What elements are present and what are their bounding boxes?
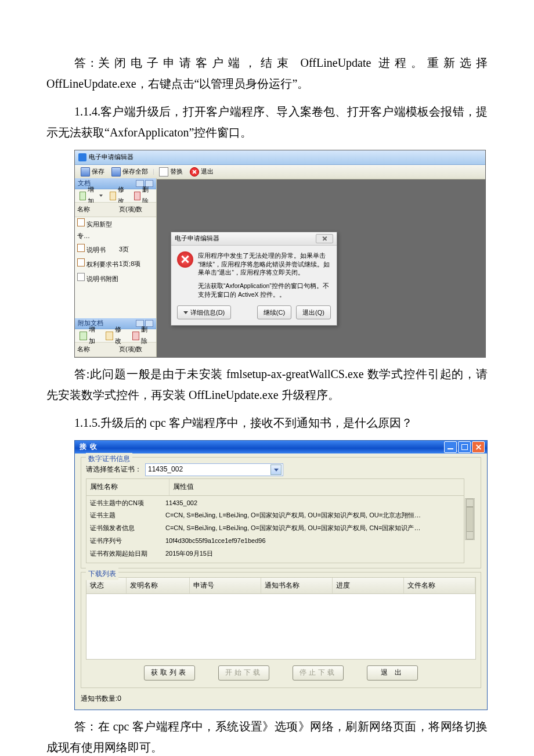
document-icon [77,244,85,252]
col-pages-header: 页(项)数 [119,344,154,355]
minimize-button[interactable] [444,441,457,453]
scroll-down-icon[interactable] [466,531,474,539]
download-list-group: 下载列表 状态 发明名称 申请号 通知书名称 进度 文件名称 获取列表 开始下载… [81,572,481,688]
receive-title: 接收 [80,441,100,453]
edit-icon [106,332,113,340]
table-row: 证书主题C=CN, S=BeiJing, L=BeiJing, O=国家知识产权… [90,509,460,522]
document-list: 实用新型专… 说明书3页 权利要求书1页;8项 说明书附图 [75,217,156,318]
delete-icon [134,192,140,200]
edit-icon [110,192,116,200]
save-all-button[interactable]: 保存全部 [109,165,150,178]
quit-button[interactable]: 退出(Q) [296,305,331,319]
chevron-down-icon[interactable] [270,465,282,475]
start-download-button[interactable]: 开始下载 [218,665,269,681]
document-icon [77,218,85,226]
list-item[interactable]: 权利要求书1页;8项 [75,257,156,272]
continue-button[interactable]: 继续(C) [257,305,291,319]
screenshot-editor-error: 电子申请编辑器 保存 保存全部 | 替换 退出 文档 增加 修改 删除 名称 页… [74,150,486,358]
stop-download-button[interactable]: 停止下载 [293,665,344,681]
chevron-down-icon [183,311,188,314]
document-panel: 文档 增加 修改 删除 名称 页(项)数 实用新型专… 说明书3页 权利要求书1… [75,178,157,357]
error-icon [177,251,193,268]
paragraph-answer-2: 答:此问题一般是由于未安装 fmlsetup-ax-greatWallCS.ex… [46,363,488,405]
replace-icon [159,167,168,177]
col-invention: 发明名称 [127,578,190,594]
paragraph-question-115: 1.1.5.升级后的 cpc 客户端程序中，接收不到通知书，是什么原因？ [46,412,488,433]
error-dialog: 电子申请编辑器 应用程序中发生了无法处理的异常。如果单击“继续”，应用程序将忽略… [171,232,337,326]
save-icon [81,167,90,177]
col-progress: 进度 [333,578,404,594]
toolbar-divider: | [153,166,154,178]
receive-titlebar: 接收 [75,441,487,453]
attr-value-header: 属性值 [169,479,464,495]
add-icon [80,332,87,340]
close-button[interactable] [472,441,485,453]
save-all-icon [111,167,121,177]
fetch-list-button[interactable]: 获取列表 [144,665,195,681]
details-button[interactable]: 详细信息(D) [177,305,231,319]
screenshot-receive-dialog: 接收 数字证书信息 请选择签名证书： 11435_002 [74,440,488,710]
col-appno: 申请号 [190,578,261,594]
table-row: 证书主题中的CN项11435_002 [90,497,460,510]
col-pages-header: 页(项)数 [119,204,154,215]
list-item[interactable]: 说明书3页 [75,243,156,257]
document-icon [77,273,85,281]
col-name-header: 名称 [77,204,119,215]
exit-icon [190,167,199,177]
list-item[interactable]: 实用新型专… [75,217,156,243]
table-row: 证书颁发者信息C=CN, S=BeiJing, L=BeiJing, O=国家知… [90,522,460,535]
exit-button[interactable]: 退出 [187,165,216,178]
document-icon [77,258,85,267]
status-count: 通知书数量:0 [81,692,481,707]
paragraph-answer-1: 答:关闭电子申请客户端，结束 OffLineUpdate 进程。重新选择 Off… [46,52,488,94]
download-list: 状态 发明名称 申请号 通知书名称 进度 文件名称 [86,577,476,660]
editor-titlebar: 电子申请编辑器 [75,150,485,165]
dialog-title: 电子申请编辑器 [175,233,219,244]
cert-group-title: 数字证书信息 [86,453,132,466]
cert-info-group: 数字证书信息 请选择签名证书： 11435_002 属性名称 属性值 证书主题中… [81,457,481,568]
cert-select-combo[interactable]: 11435_002 [145,463,283,476]
list-item[interactable]: 说明书附图 [75,272,156,286]
exit-button[interactable]: 退 出 [367,665,418,681]
save-button[interactable]: 保存 [78,165,107,178]
scroll-up-icon[interactable] [466,499,474,507]
col-filename: 文件名称 [404,578,475,594]
paragraph-answer-3: 答：在 cpc 客户端程序中，系统设置》选项》网络，刷新网络页面，将网络切换成现… [46,716,488,756]
chevron-down-icon [99,195,103,197]
scroll-thumb[interactable] [466,507,474,532]
add-icon [80,192,86,200]
delete-icon [132,332,140,340]
table-row: 证书序列号10f4d30bc55f9a1cce1ef97e1bed96 [90,535,460,548]
cert-attributes: 证书主题中的CN项11435_002 证书主题C=CN, S=BeiJing, … [86,495,464,563]
error-message-2: 无法获取“AxforApplication”控件的窗口句柄。不支持无窗口的 Ac… [198,282,331,298]
app-icon [78,153,86,161]
download-group-title: 下载列表 [86,568,118,581]
col-notice: 通知书名称 [261,578,333,594]
editor-toolbar: 保存 保存全部 | 替换 退出 [75,165,485,179]
table-row: 证书有效期起始日期2015年09月15日 [90,548,460,560]
maximize-button[interactable] [458,441,471,453]
attr-name-header: 属性名称 [86,479,169,495]
editor-title: 电子申请编辑器 [89,152,134,163]
error-message-1: 应用程序中发生了无法处理的异常。如果单击“继续”，应用程序将忽略此错误并尝试继续… [198,251,331,277]
col-name-header: 名称 [77,344,119,355]
combo-value: 11435_002 [148,463,183,476]
paragraph-question-114: 1.1.4.客户端升级后，打开客户端程序、导入案卷包、打开客户端模板会报错，提示… [46,101,488,143]
replace-button[interactable]: 替换 [157,165,185,178]
dialog-close-button[interactable] [316,234,333,243]
scrollbar[interactable] [465,498,475,540]
